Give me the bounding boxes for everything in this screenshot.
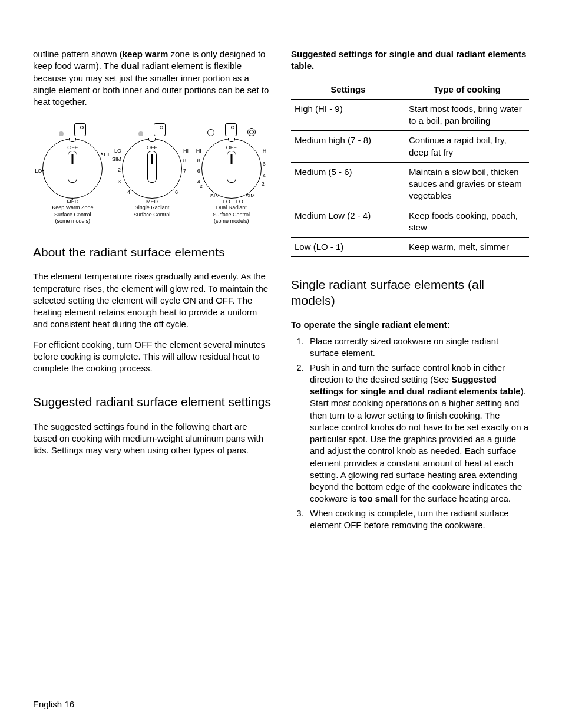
indicator-light-icon <box>154 123 166 136</box>
table-head-settings: Settings <box>291 80 405 99</box>
indicator-dot-icon <box>59 131 64 136</box>
heading-about: About the radiant surface elements <box>33 245 271 260</box>
dial-single-radiant: OFF HI LO SIM 8 7 2 3 6 4 MED Single Rad… <box>113 122 192 225</box>
table-row: Medium (5 - 6)Maintain a slow boil, thic… <box>291 162 529 206</box>
settings-table: Settings Type of cooking High (HI - 9)St… <box>291 80 529 258</box>
dial-caption: Dual Radiant Surface Control (some model… <box>213 205 250 225</box>
table-row: High (HI - 9)Start most foods, bring wat… <box>291 99 529 131</box>
page-footer: English 16 <box>33 699 74 710</box>
suggested-p1: The suggested settings found in the foll… <box>33 421 271 457</box>
indicator-ring-icon <box>207 129 214 136</box>
intro-paragraph: outline pattern shown (keep warm zone is… <box>33 48 271 108</box>
settings-table-block: Suggested settings for single and dual r… <box>291 48 529 257</box>
dial-keep-warm: OFF HI LO MED Keep Warm Zone Surface Con… <box>33 122 113 225</box>
indicator-dual-ring-icon <box>247 128 256 136</box>
list-item: Place correctly sized cookware on single… <box>306 335 529 360</box>
indicator-light-icon <box>225 123 237 136</box>
heading-suggested: Suggested radiant surface element settin… <box>33 394 271 410</box>
table-head-cooking: Type of cooking <box>405 80 529 99</box>
about-p2: For efficient cooking, turn OFF the elem… <box>33 339 271 375</box>
dial-caption: Keep Warm Zone Surface Control (some mod… <box>52 205 93 225</box>
table-row: Low (LO - 1)Keep warm, melt, simmer <box>291 238 529 257</box>
heading-single: Single radiant surface elements (all mod… <box>291 277 529 308</box>
dial-dual-radiant: OFF HI HI 8 6 4 2 6 4 2 SIM SIM LO LO Du… <box>191 122 271 225</box>
table-title: Suggested settings for single and dual r… <box>291 48 529 73</box>
table-row: Medium high (7 - 8)Continue a rapid boil… <box>291 131 529 163</box>
indicator-light-icon <box>74 123 86 136</box>
indicator-dot-icon <box>138 131 143 136</box>
about-p1: The element temperature rises gradually … <box>33 271 271 330</box>
single-steps: Place correctly sized cookware on single… <box>291 335 529 531</box>
control-dials-figure: OFF HI LO MED Keep Warm Zone Surface Con… <box>33 122 271 225</box>
list-item: When cooking is complete, turn the radia… <box>306 508 529 532</box>
dial-caption: Single Radiant Surface Control <box>134 205 171 218</box>
list-item: Push in and turn the surface control kno… <box>306 362 529 505</box>
single-subhead: To operate the single radiant element: <box>291 319 529 331</box>
table-row: Medium Low (2 - 4)Keep foods cooking, po… <box>291 206 529 238</box>
